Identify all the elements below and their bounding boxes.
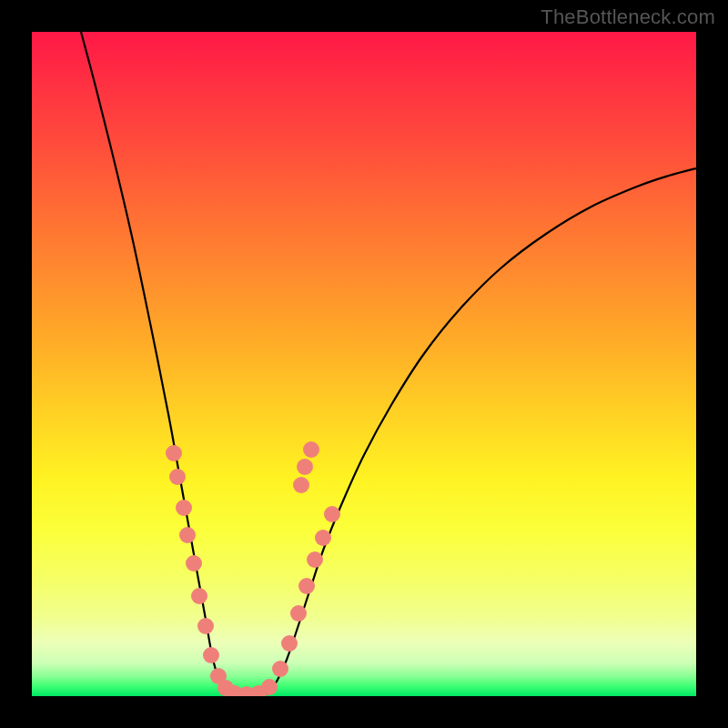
curve-right xyxy=(268,168,696,693)
data-dot xyxy=(169,469,186,485)
data-dot xyxy=(166,445,182,461)
data-dot xyxy=(176,500,192,516)
data-dot xyxy=(290,605,307,622)
data-dot xyxy=(324,506,340,522)
data-dot xyxy=(315,530,331,546)
data-dot xyxy=(272,661,288,677)
chart-svg xyxy=(32,32,696,696)
plot-area xyxy=(32,32,696,696)
curve-left xyxy=(81,32,232,694)
data-dot xyxy=(281,635,298,652)
data-dot xyxy=(307,551,323,568)
data-dot xyxy=(303,441,319,458)
data-dot xyxy=(186,555,202,571)
data-dot xyxy=(203,647,219,663)
chart-stage: TheBottleneck.com xyxy=(0,0,728,728)
data-dot xyxy=(293,477,309,493)
data-dot xyxy=(191,588,207,604)
data-dots xyxy=(166,441,340,696)
data-dot xyxy=(179,527,196,543)
watermark-text: TheBottleneck.com xyxy=(541,5,715,29)
data-dot xyxy=(261,679,278,695)
data-dot xyxy=(197,618,214,634)
data-dot xyxy=(297,459,313,475)
data-dot xyxy=(298,578,315,594)
